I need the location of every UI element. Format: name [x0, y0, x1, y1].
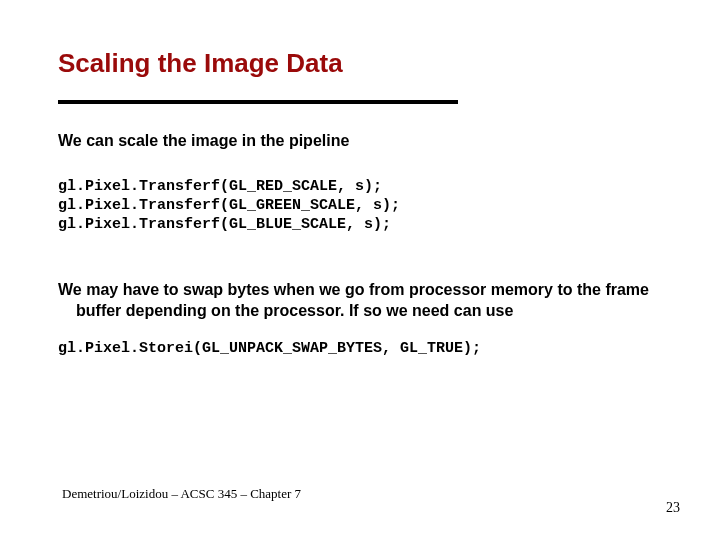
title-underline: [58, 100, 458, 104]
code-block-swap: gl.Pixel.Storei(GL_UNPACK_SWAP_BYTES, GL…: [58, 340, 481, 357]
footer-attribution: Demetriou/Loizidou – ACSC 345 – Chapter …: [62, 486, 301, 502]
code-block-scale: gl.Pixel.Transferf(GL_RED_SCALE, s); gl.…: [58, 178, 400, 234]
swap-bytes-text: We may have to swap bytes when we go fro…: [58, 280, 658, 322]
slide-title: Scaling the Image Data: [58, 48, 343, 79]
slide: Scaling the Image Data We can scale the …: [0, 0, 720, 540]
page-number: 23: [666, 500, 680, 516]
intro-text: We can scale the image in the pipeline: [58, 132, 349, 150]
